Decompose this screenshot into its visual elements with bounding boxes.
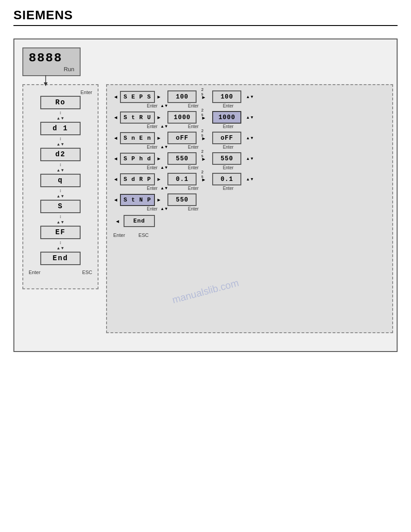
value-snen-1: oFF	[167, 132, 197, 144]
value-sdrp-1: 0.1	[167, 173, 197, 185]
av-sdrp2: ▲▼	[160, 186, 168, 191]
arrow-fwd-stnp: ►	[157, 197, 162, 202]
brand-title: SIEMENS	[13, 8, 398, 22]
enter-seps-2: Enter	[188, 103, 199, 108]
param-sdrp: S d R P	[120, 173, 155, 185]
header-divider	[13, 25, 398, 26]
value-sphd-1: 550	[167, 152, 197, 165]
value-seps-2: 100	[212, 90, 241, 103]
left-menu-panel: Enter Ro ↕▲▼ d 1 ↕▲▼ d2 ↕▲▼ q ↕▲▼ S ↕▲▼ …	[22, 84, 98, 289]
enter-snen-1: Enter	[147, 145, 158, 150]
header: SIEMENS	[0, 0, 411, 30]
arrow-ef-end: ↕▲▼	[40, 240, 81, 251]
value-snen-2: oFF	[212, 132, 241, 144]
arrow-ro-d1: ↕▲▼	[40, 110, 81, 121]
enter-sphd-1: Enter	[147, 165, 158, 170]
param-snen: S n E n	[120, 132, 155, 144]
main-diagram-box: 8888 Run Enter Ro ↕▲▼ d 1 ↕▲▼ d2 ↕▲▼ q ↕…	[13, 39, 398, 352]
arrow-back-end: ◄	[115, 219, 120, 224]
enter-sdrp-1: Enter	[147, 186, 158, 191]
av-stru2: ▲▼	[160, 124, 168, 129]
menu-item-q[interactable]: q	[40, 174, 81, 187]
av-snen: ▲▼	[246, 136, 254, 140]
two-s-sdrp: 2 s	[201, 170, 206, 179]
left-enter-top: Enter	[29, 90, 92, 95]
param-stnp: S t N P	[120, 194, 155, 206]
arrow-back-sphd: ◄	[113, 156, 118, 161]
enter-stru-2: Enter	[188, 124, 199, 129]
enter-stnp-2: Enter	[188, 206, 199, 211]
two-s-stru: 2 s	[201, 108, 206, 117]
value-sdrp-2: 0.1	[212, 173, 241, 185]
av-seps: ▲▼	[246, 94, 254, 99]
menu-item-d2[interactable]: d2	[40, 148, 81, 161]
av-sphd2: ▲▼	[160, 165, 168, 170]
right-esc-bottom: ESC	[138, 232, 149, 238]
enter-stru-3: Enter	[223, 124, 234, 129]
value-seps-1: 100	[167, 90, 197, 103]
av-stnp2: ▲▼	[160, 206, 168, 211]
av-seps2: ▲▼	[160, 103, 168, 108]
arrow-fwd-sphd: ►	[157, 156, 162, 161]
av-snen2: ▲▼	[160, 145, 168, 150]
left-esc-bottom: ESC	[82, 270, 92, 275]
display-run-label: Run	[29, 66, 74, 73]
menu-item-ef[interactable]: EF	[40, 226, 81, 239]
value-stnp-1: 550	[167, 193, 197, 206]
arrow-back-stnp: ◄	[113, 197, 118, 202]
enter-stnp-1: Enter	[147, 206, 158, 211]
menu-item-ro[interactable]: Ro	[40, 96, 81, 109]
arrow-q-s: ↕▲▼	[40, 188, 81, 199]
enter-snen-3: Enter	[223, 145, 234, 150]
enter-sphd-3: Enter	[223, 165, 234, 170]
enter-sdrp-3: Enter	[223, 186, 234, 191]
value-stru-2: 1000	[212, 111, 241, 124]
menu-item-d1[interactable]: d 1	[40, 122, 81, 135]
av-sdrp: ▲▼	[246, 177, 254, 181]
menu-item-s[interactable]: S	[40, 200, 81, 213]
arrow-d1-d2: ↕▲▼	[40, 136, 81, 147]
enter-snen-2: Enter	[188, 145, 199, 150]
display-box: 8888 Run	[22, 47, 81, 76]
av-sphd: ▲▼	[246, 156, 254, 161]
enter-seps-3: Enter	[223, 103, 234, 108]
enter-seps-1: Enter	[147, 103, 158, 108]
arrow-back-seps: ◄	[113, 94, 118, 99]
arrow-back-sdrp: ◄	[113, 176, 118, 182]
param-sphd: S P h d	[120, 153, 155, 165]
two-s-sphd: 2 s	[201, 149, 206, 158]
value-stru-1: 1000	[167, 111, 197, 124]
two-s-snen: 2 s	[201, 129, 206, 137]
arrow-fwd-snen: ►	[157, 135, 162, 141]
arrow-back-stru: ◄	[113, 115, 118, 120]
arrow-back-snen: ◄	[113, 135, 118, 141]
param-seps: S E P S	[120, 91, 155, 103]
arrow-s-ef: ↕▲▼	[40, 214, 81, 225]
menu-item-end[interactable]: End	[40, 252, 81, 265]
right-param-panel: ◄ S E P S ► 100 2 s ► 100 ▲▼ Enter ▲▼ En…	[106, 84, 393, 333]
arrow-fwd-sdrp: ►	[157, 176, 162, 182]
value-sphd-2: 550	[212, 152, 241, 165]
param-stru: S t R U	[120, 112, 155, 124]
arrow-d2-q: ↕▲▼	[40, 162, 81, 173]
right-enter-bottom: Enter	[113, 232, 125, 238]
two-s-seps: 2 s	[201, 87, 206, 96]
left-enter-bottom: Enter	[29, 270, 40, 275]
arrow-fwd-seps: ►	[157, 94, 162, 99]
enter-stru-1: Enter	[147, 124, 158, 129]
display-number: 8888	[29, 51, 74, 65]
av-stru: ▲▼	[246, 115, 254, 120]
enter-sphd-2: Enter	[188, 165, 199, 170]
param-end-right: End	[124, 215, 155, 227]
arrow-fwd-stru: ►	[157, 115, 162, 120]
enter-sdrp-2: Enter	[188, 186, 199, 191]
